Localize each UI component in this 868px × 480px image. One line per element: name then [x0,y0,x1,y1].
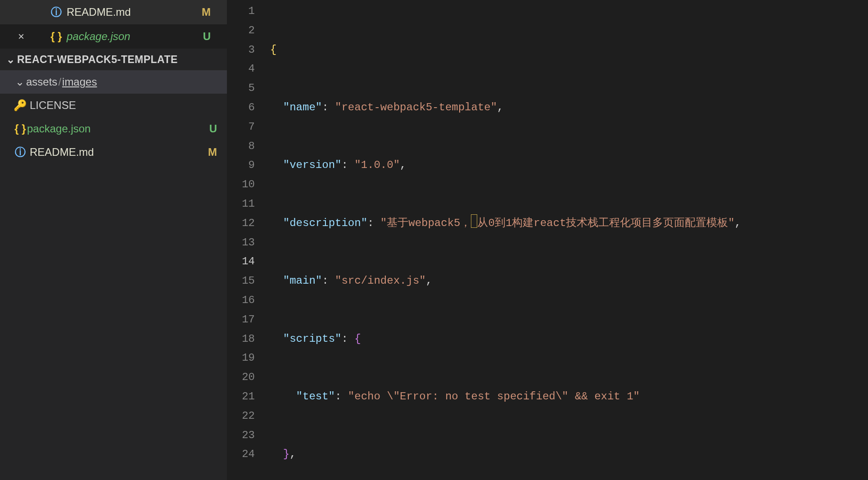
file-tree: ⌄ assets / images 🔑 LICENSE { } package.… [0,70,227,164]
git-status: M [202,6,211,18]
file-label: LICENSE [30,99,76,112]
file-label: README.md [30,146,94,158]
folder-sublabel: images [62,76,97,88]
close-icon[interactable]: × [18,30,24,43]
json-icon: { } [50,30,62,43]
folder-label: assets [26,76,57,88]
json-icon: { } [14,122,27,135]
file-package-json[interactable]: { } package.json U [0,117,227,140]
line-gutter: 123456789101112131415161718192021222324 [227,0,268,480]
cursor [471,214,477,228]
open-editors: ⓘ README.md M × { } package.json U [0,0,227,49]
path-separator: / [58,76,61,88]
code-area[interactable]: { "name": "react-webpack5-template", "ve… [268,0,868,480]
git-status: U [209,122,217,135]
file-readme[interactable]: ⓘ README.md M [0,140,227,164]
app-root: ⓘ README.md M × { } package.json U ⌄ REA… [0,0,868,480]
info-icon: ⓘ [14,145,27,159]
project-name: REACT-WEBPACK5-TEMPLATE [17,54,178,66]
sidebar: ⓘ README.md M × { } package.json U ⌄ REA… [0,0,227,480]
chevron-down-icon: ⌄ [5,54,17,66]
chevron-down-icon: ⌄ [14,76,26,88]
git-status: U [203,30,211,43]
editor[interactable]: 123456789101112131415161718192021222324 … [227,0,868,480]
file-license[interactable]: 🔑 LICENSE [0,94,227,117]
tab-label: package.json [67,30,130,43]
file-label: package.json [27,122,90,135]
tab-label: README.md [67,6,131,18]
git-status: M [208,146,217,158]
folder-assets-images[interactable]: ⌄ assets / images [0,70,227,94]
tab-package-json[interactable]: × { } package.json U [0,24,227,49]
key-icon: 🔑 [14,99,27,112]
info-icon: ⓘ [50,5,62,19]
explorer-header[interactable]: ⌄ REACT-WEBPACK5-TEMPLATE [0,49,227,70]
tab-readme[interactable]: ⓘ README.md M [0,0,227,24]
